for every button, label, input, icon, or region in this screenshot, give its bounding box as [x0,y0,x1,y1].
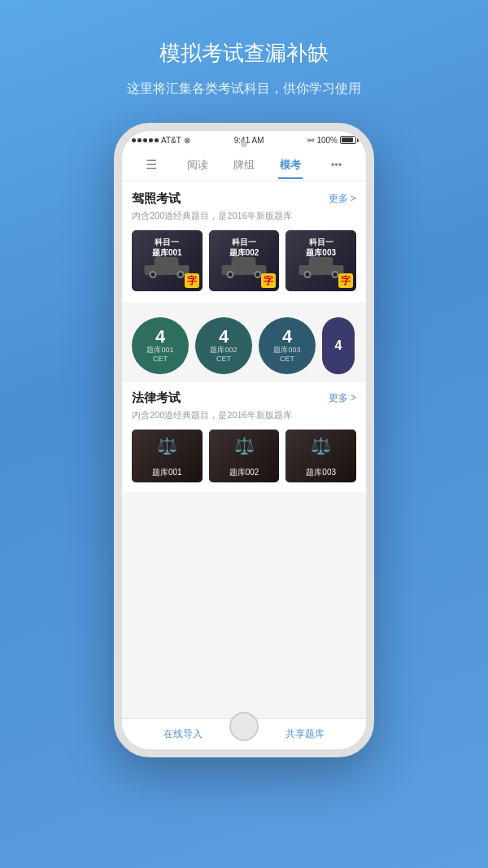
driving-card-1[interactable]: 科目一题库001 字 [132,230,203,291]
driving-more[interactable]: 更多 > [329,192,356,206]
gavel-icon-2: ⚖️ [234,436,255,456]
law-title: 法律考试 [132,390,181,406]
driving-card-label-3: 科目一题库003 [285,237,356,258]
wifi-icon: ⊗ [184,136,190,145]
driving-card-label-1: 科目一题库001 [132,237,203,258]
car-wheel-right [255,271,262,278]
location-icon: ⚯ [307,136,314,145]
status-right: ⚯ 100% [307,136,356,145]
driving-header: 驾照考试 更多 > [132,191,356,207]
gavel-icon-1: ⚖️ [157,436,177,456]
signal-dots [132,138,159,142]
driving-card-bg-1: 科目一题库001 字 [132,230,203,291]
menu-icon: ☰ [146,158,157,172]
share-button[interactable]: 共享题库 [245,727,367,741]
driving-card-bg-3: 科目一题库003 字 [285,230,356,291]
car-shape-2 [222,257,267,275]
driving-card-3[interactable]: 科目一题库003 字 [285,230,356,291]
car-wheel-left [227,271,234,278]
car-wheel-right [331,271,338,278]
law-card-label-3: 题库003 [306,467,336,478]
law-card-inner-3: ⚖️ 题库003 [285,430,356,482]
cet-number-1: 4 [155,328,165,346]
driving-card-label-2: 科目一题库002 [209,237,280,258]
page-subtitle: 这里将汇集各类考试科目，供你学习使用 [0,79,488,98]
cet-sublabel-2: 题库002CET [210,346,237,364]
car-wheel-left [303,271,311,278]
top-section: 模拟考试查漏补缺 这里将汇集各类考试科目，供你学习使用 [0,0,488,115]
nav-tabs: ☰ 阅读 牌组 模考 ••• [122,149,366,181]
page-title: 模拟考试查漏补缺 [0,39,488,68]
driving-section: 驾照考试 更多 > 内含200道经典题目，是2016年新版题库 科目一题库001 [122,181,366,303]
driving-card-badge-1: 字 [185,273,199,288]
law-header: 法律考试 更多 > [132,390,356,406]
cet-section: 4 题库001CET 4 题库002CET 4 题库003CET 4 [122,309,366,382]
tab-reading-label: 阅读 [187,159,208,171]
law-card-2[interactable]: ⚖️ 题库002 [209,430,280,482]
law-card-inner-1: ⚖️ 题库001 [132,430,203,482]
cet-card-1[interactable]: 4 题库001CET [132,317,189,374]
car-wheel-right [177,271,185,278]
status-left: AT&T ⊗ [132,136,190,145]
status-bar: AT&T ⊗ 9:41 AM ⚯ 100% [122,131,366,149]
phone-wrapper: AT&T ⊗ 9:41 AM ⚯ 100% ☰ 阅读 [0,123,488,757]
tab-exam[interactable]: 模考 [267,151,313,179]
page-background: 模拟考试查漏补缺 这里将汇集各类考试科目，供你学习使用 AT&T ⊗ [0,0,488,757]
carrier-label: AT&T [161,136,181,145]
tab-deck-label: 牌组 [233,159,255,171]
cet-sublabel-3: 题库003CET [273,346,300,364]
cet-number-4: 4 [335,339,342,352]
law-more[interactable]: 更多 > [329,391,356,405]
signal-dot [137,138,142,142]
cet-card-4[interactable]: 4 [322,317,355,374]
import-button[interactable]: 在线导入 [122,727,245,741]
law-card-3[interactable]: ⚖️ 题库003 [285,430,356,482]
law-card-1[interactable]: ⚖️ 题库001 [132,430,203,482]
law-cards: ⚖️ 题库001 ⚖️ 题库002 ⚖️ [132,430,356,482]
car-shape-1 [145,257,190,275]
law-subtitle: 内含200道经典题目，是2016年新版题库 [132,409,356,421]
driving-subtitle: 内含200道经典题目，是2016年新版题库 [132,210,356,222]
signal-dot [143,138,147,142]
driving-title: 驾照考试 [132,191,181,207]
law-card-label-2: 题库002 [229,467,259,478]
status-time: 9:41 AM [234,136,264,145]
gavel-icon-3: ⚖️ [311,436,331,456]
car-wheel-left [150,271,157,278]
phone-content: 驾照考试 更多 > 内含200道经典题目，是2016年新版题库 科目一题库001 [122,181,366,749]
cet-sublabel-1: 题库001CET [146,346,173,364]
car-shape-3 [298,257,343,275]
phone-frame: AT&T ⊗ 9:41 AM ⚯ 100% ☰ 阅读 [114,123,374,757]
battery-label: 100% [316,136,338,145]
tab-reading[interactable]: 阅读 [175,151,221,179]
home-button[interactable] [229,712,259,741]
cet-card-3[interactable]: 4 题库003CET [259,317,316,374]
driving-cards: 科目一题库001 字 [132,230,356,291]
battery-icon [340,136,356,144]
dots-icon: ••• [331,159,342,171]
signal-dot [155,138,159,142]
driving-card-badge-3: 字 [338,273,353,288]
driving-card-bg-2: 科目一题库002 字 [209,230,280,291]
law-card-label-1: 题库001 [152,467,182,478]
tab-deck[interactable]: 牌组 [221,151,268,179]
law-section: 法律考试 更多 > 内含200道经典题目，是2016年新版题库 ⚖️ 题库001 [122,382,366,492]
cet-card-2[interactable]: 4 题库002CET [195,317,252,374]
driving-card-badge-2: 字 [261,273,276,288]
signal-dot [149,138,153,142]
driving-card-2[interactable]: 科目一题库002 字 [209,230,280,291]
battery-fill [342,137,353,142]
cet-number-3: 4 [282,328,292,346]
tab-exam-label: 模考 [280,159,301,171]
tab-more[interactable]: ••• [313,152,359,177]
tab-menu[interactable]: ☰ [129,150,175,179]
cet-number-2: 4 [219,328,229,346]
law-card-inner-2: ⚖️ 题库002 [209,430,280,482]
signal-dot [132,138,136,142]
